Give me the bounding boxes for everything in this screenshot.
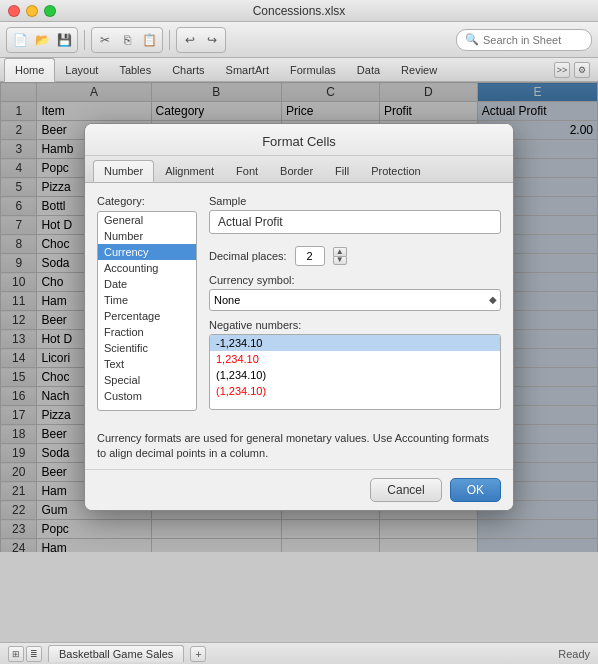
save-icon[interactable]: 💾 (54, 30, 74, 50)
decimal-label: Decimal places: (209, 250, 287, 262)
description-text: Currency formats are used for general mo… (85, 423, 513, 470)
tab-font[interactable]: Font (225, 160, 269, 181)
currency-select[interactable]: None $ € (209, 289, 501, 311)
add-sheet-button[interactable]: + (190, 646, 206, 662)
decimal-input[interactable] (295, 246, 325, 266)
ribbon-tab-home[interactable]: Home (4, 58, 55, 82)
modal-tabs: Number Alignment Font Border Fill Protec… (85, 156, 513, 183)
ribbon-overflow: >> ⚙ (554, 62, 594, 78)
open-icon[interactable]: 📂 (32, 30, 52, 50)
toolbar-group-1: 📄 📂 💾 (6, 27, 78, 53)
decimal-row: Decimal places: ▲ ▼ (209, 246, 501, 266)
right-panel: Sample Actual Profit Decimal places: ▲ ▼ (209, 195, 501, 411)
sample-box: Actual Profit (209, 210, 501, 234)
paste-icon[interactable]: 📋 (139, 30, 159, 50)
ribbon: Home Layout Tables Charts SmartArt Formu… (0, 58, 598, 82)
category-item-date[interactable]: Date (98, 276, 196, 292)
ribbon-tab-smartart[interactable]: SmartArt (216, 58, 280, 82)
toolbar-divider-2 (169, 30, 170, 50)
view-buttons: ⊞ ≣ (8, 646, 42, 662)
negative-item-3[interactable]: (1,234.10) (210, 383, 500, 399)
decimal-stepper[interactable]: ▲ ▼ (333, 247, 347, 265)
tab-alignment[interactable]: Alignment (154, 160, 225, 181)
modal-footer: Cancel OK (85, 469, 513, 510)
window-controls[interactable] (8, 5, 56, 17)
category-item-percentage[interactable]: Percentage (98, 308, 196, 324)
search-input[interactable] (483, 34, 583, 46)
tab-fill[interactable]: Fill (324, 160, 360, 181)
view-btn-2[interactable]: ≣ (26, 646, 42, 662)
toolbar-divider-1 (84, 30, 85, 50)
ribbon-settings-btn[interactable]: ⚙ (574, 62, 590, 78)
redo-icon[interactable]: ↪ (202, 30, 222, 50)
category-item-scientific[interactable]: Scientific (98, 340, 196, 356)
toolbar-group-2: ✂ ⎘ 📋 (91, 27, 163, 53)
tab-number[interactable]: Number (93, 160, 154, 182)
ribbon-overflow-btn[interactable]: >> (554, 62, 570, 78)
ribbon-tab-charts[interactable]: Charts (162, 58, 215, 82)
copy-icon[interactable]: ⎘ (117, 30, 137, 50)
format-cells-dialog: Format Cells Number Alignment Font Borde… (84, 123, 514, 512)
title-bar: Concessions.xlsx (0, 0, 598, 22)
negative-numbers-label: Negative numbers: (209, 319, 501, 331)
cut-icon[interactable]: ✂ (95, 30, 115, 50)
spreadsheet: A B C D E 1ItemCategoryPriceProfitActual… (0, 82, 598, 552)
category-item-accounting[interactable]: Accounting (98, 260, 196, 276)
negative-numbers-list[interactable]: -1,234.101,234.10(1,234.10)(1,234.10) (209, 334, 501, 410)
ok-button[interactable]: OK (450, 478, 501, 502)
category-item-general[interactable]: General (98, 212, 196, 228)
minimize-button[interactable] (26, 5, 38, 17)
category-item-custom[interactable]: Custom (98, 388, 196, 404)
category-item-text[interactable]: Text (98, 356, 196, 372)
bottom-bar: ⊞ ≣ Basketball Game Sales + Ready (0, 642, 598, 664)
sample-section: Sample Actual Profit (209, 195, 501, 234)
sheet-tab[interactable]: Basketball Game Sales (48, 645, 184, 662)
cancel-button[interactable]: Cancel (370, 478, 441, 502)
status-text: Ready (558, 648, 590, 660)
category-item-fraction[interactable]: Fraction (98, 324, 196, 340)
sample-label: Sample (209, 195, 501, 207)
category-section: Category: GeneralNumberCurrencyAccountin… (97, 195, 197, 411)
currency-label: Currency symbol: (209, 274, 501, 286)
category-item-time[interactable]: Time (98, 292, 196, 308)
category-item-currency[interactable]: Currency (98, 244, 196, 260)
category-list[interactable]: GeneralNumberCurrencyAccountingDateTimeP… (97, 211, 197, 411)
ribbon-tab-review[interactable]: Review (391, 58, 448, 82)
negative-item-0[interactable]: -1,234.10 (210, 335, 500, 351)
category-item-special[interactable]: Special (98, 372, 196, 388)
window-title: Concessions.xlsx (253, 4, 346, 18)
view-btn-1[interactable]: ⊞ (8, 646, 24, 662)
ribbon-tab-formulas[interactable]: Formulas (280, 58, 347, 82)
modal-body: Category: GeneralNumberCurrencyAccountin… (85, 183, 513, 423)
category-label: Category: (97, 195, 197, 207)
search-icon: 🔍 (465, 33, 479, 46)
undo-icon[interactable]: ↩ (180, 30, 200, 50)
close-button[interactable] (8, 5, 20, 17)
sample-value: Actual Profit (218, 215, 283, 229)
modal-overlay: Format Cells Number Alignment Font Borde… (0, 82, 598, 552)
currency-section: Currency symbol: None $ € ◆ (209, 274, 501, 311)
negative-item-2[interactable]: (1,234.10) (210, 367, 500, 383)
ribbon-tab-data[interactable]: Data (347, 58, 391, 82)
maximize-button[interactable] (44, 5, 56, 17)
ribbon-tab-tables[interactable]: Tables (109, 58, 162, 82)
currency-select-wrapper: None $ € ◆ (209, 289, 501, 311)
tab-border[interactable]: Border (269, 160, 324, 181)
toolbar-group-3: ↩ ↪ (176, 27, 226, 53)
tab-protection[interactable]: Protection (360, 160, 432, 181)
modal-title: Format Cells (85, 124, 513, 156)
negative-item-1[interactable]: 1,234.10 (210, 351, 500, 367)
ribbon-tab-layout[interactable]: Layout (55, 58, 109, 82)
new-icon[interactable]: 📄 (10, 30, 30, 50)
toolbar: 📄 📂 💾 ✂ ⎘ 📋 ↩ ↪ 🔍 (0, 22, 598, 58)
search-box[interactable]: 🔍 (456, 29, 592, 51)
stepper-down[interactable]: ▼ (333, 256, 347, 265)
category-item-number[interactable]: Number (98, 228, 196, 244)
